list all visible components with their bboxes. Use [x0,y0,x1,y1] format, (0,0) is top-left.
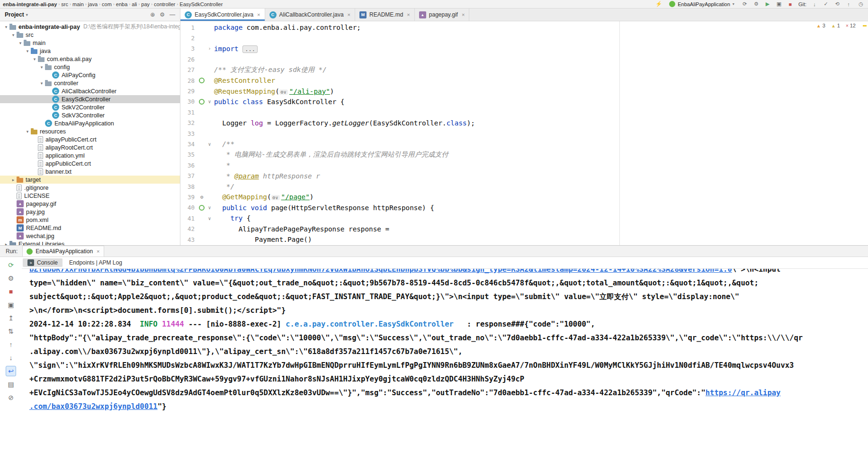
console-tab-endpoints-apm-log[interactable]: Endpoints | APM Log [64,258,127,267]
chevron-icon[interactable]: ▾ [38,65,45,70]
print-icon[interactable]: ▤ [6,379,16,390]
ai-assistant-icon[interactable]: ⚡ [654,0,663,8]
code-line[interactable]: 29@RequestMapping(⚙∨"/ali-pay") [180,86,868,96]
fold-toggle-icon[interactable]: ∨ [206,216,213,221]
prev-occurrence-icon[interactable]: ↑ [6,339,16,350]
breadcrumb-item-java[interactable]: java [88,1,98,7]
code-line[interactable]: 36 * [180,160,868,170]
tree-item-gitignore[interactable]: .gitignore [0,184,180,192]
close-icon[interactable]: × [348,12,350,18]
tree-item-target[interactable]: ▸target [0,176,180,184]
tree-item-license[interactable]: LICENSE [0,192,180,200]
soft-wrap-icon[interactable]: ↩ [6,366,16,376]
breadcrumb-item-main[interactable]: main [72,1,84,7]
run-tab[interactable]: EnbaAliPayApplication × [22,246,104,257]
breadcrumb-item-src[interactable]: src [61,1,68,7]
code-line[interactable]: 31 [180,107,868,117]
tree-item-wechat-jpg[interactable]: ▴wechat.jpg [0,232,180,240]
chevron-icon[interactable]: ▾ [24,129,31,134]
chevron-icon[interactable]: ▾ [3,25,9,29]
close-icon[interactable]: × [257,12,260,18]
tree-item-easysdkcontroller[interactable]: CEasySdkController [0,95,180,103]
tree-item-main[interactable]: ▾main [0,39,180,47]
locate-file-icon[interactable]: ⊕ [150,11,155,18]
tree-item-pom-xml[interactable]: mpom.xml [0,216,180,224]
tree-item-src[interactable]: ▾src [0,31,180,39]
tree-item-alipaypubliccert-crt[interactable]: alipayPublicCert.crt [0,135,180,143]
tree-item-com-enba-ali-pay[interactable]: ▾com.enba.ali.pay [0,55,180,63]
fold-toggle-icon[interactable]: ∨ [206,99,213,104]
build-icon[interactable]: ⚙ [752,0,761,8]
tree-item-enbaalipayapplication[interactable]: CEnbaAliPayApplication [0,119,180,127]
dump-threads-icon[interactable]: ▣ [6,300,16,310]
git-history-icon[interactable]: ⟲ [833,0,841,8]
endpoint-gutter-icon[interactable]: ⚙ [197,194,206,200]
debug-icon[interactable]: ▣ [775,0,783,8]
close-icon[interactable]: × [407,12,410,18]
breadcrumb-item-controller[interactable]: controller [154,1,175,7]
tree-item-pay-jpg[interactable]: ▴pay.jpg [0,208,180,216]
breadcrumb-item-pay[interactable]: pay [141,1,150,7]
tree-item-application-yml[interactable]: application.yml [0,151,180,160]
code-line[interactable]: 28@RestController [180,75,868,86]
chevron-icon[interactable]: ▸ [10,177,17,182]
tree-item-external-libraries[interactable]: ▸External Libraries [0,240,180,245]
console[interactable]: bZfdbbK7xXFhGYbXFKtNGd4bIbbhbbmtq%2FPBAK… [22,269,868,452]
url-inlay-icon[interactable]: ⚙∨ [271,195,280,200]
restore-layout-icon[interactable]: ↥ [6,313,16,323]
fold-toggle-icon[interactable]: ∨ [206,142,213,147]
console-tab-console[interactable]: >Console [23,258,63,267]
tree-item-java[interactable]: ▾java [0,47,180,55]
breadcrumb-item-ali[interactable]: ali [132,1,137,7]
stop-icon[interactable]: ■ [6,286,16,297]
hide-panel-icon[interactable]: — [170,11,175,18]
tree-item-alipayconfig[interactable]: CAliPayConfig [0,71,180,79]
code-line[interactable]: 3›import ... [180,44,868,54]
chevron-icon[interactable]: ▾ [38,81,45,86]
breadcrumb-item-enba-integrate-ali-pay[interactable]: enba-integrate-ali-pay [3,1,57,7]
project-panel-title[interactable]: Project ▾ [5,11,28,18]
breadcrumb-item-easysdkcontroller[interactable]: EasySdkController [179,1,223,7]
git-commit-icon[interactable]: ✓ [822,0,830,8]
settings-icon[interactable]: ⚙ [160,11,165,18]
code-line[interactable]: 40∨ public void page(HttpServletResponse… [180,203,868,213]
code-line[interactable]: 34∨ /** [180,139,868,149]
breadcrumb-item-com[interactable]: com [102,1,112,7]
code-line[interactable]: 2 [180,33,868,43]
tree-item-apppubliccert-crt[interactable]: appPublicCert.crt [0,160,180,168]
fold-toggle-icon[interactable]: › [206,46,213,51]
code-line[interactable]: 32 Logger log = LoggerFactory.getLogger(… [180,118,868,128]
tab-easysdkcontroller-java[interactable]: CEasySdkController.java× [180,9,265,21]
stop-icon[interactable]: ■ [786,0,795,8]
error-stripe[interactable] [861,21,868,245]
clear-all-icon[interactable]: ⊘ [6,392,16,403]
tree-item-alicallbackcontroller[interactable]: CAliCallbackController [0,87,180,95]
git-push-icon[interactable]: ↑ [844,0,853,8]
tree-item-sdkv3controller[interactable]: CSdkV3Controller [0,111,180,119]
fold-toggle-icon[interactable]: ∨ [206,205,213,210]
scroll-to-end-icon[interactable]: ⇅ [6,326,16,337]
chevron-icon[interactable]: ▾ [31,57,38,62]
warnings-indicator[interactable]: ▲3 [816,23,825,28]
weak-warnings-indicator[interactable]: ▲1 [831,23,840,28]
console-link[interactable]: .com/bax03673u2wxpj6ynpld0011 [29,402,158,411]
tree-item-resources[interactable]: ▾resources [0,127,180,135]
code-line[interactable]: 37 * @param httpResponse r [180,170,868,181]
folded-region[interactable]: ... [242,45,258,53]
spring-bean-gutter-icon[interactable] [197,78,206,83]
console-link[interactable]: bZfdbbK7xXFhGYbXFKtNGd4bIbbhbbmtq%2FPBAK… [29,269,732,274]
console-link[interactable]: https://qr.alipay [706,389,781,397]
errors-indicator[interactable]: ×12 [846,23,856,28]
run-icon[interactable]: ▶ [763,0,772,8]
tree-item-enba-integrate-ali-pay[interactable]: ▾enba-integrate-ali-payD:\恩爸编程脚手架系列\184\… [0,23,180,31]
tree-item-pagepay-gif[interactable]: ▴pagepay.gif [0,200,180,208]
chevron-icon[interactable]: ▾ [10,33,17,37]
code-line[interactable]: 38 */ [180,181,868,192]
code-line[interactable]: 30∨public class EasySdkController { [180,97,868,107]
tab-readme-md[interactable]: MREADME.md× [355,9,415,21]
tree-item-banner-txt[interactable]: banner.txt [0,168,180,176]
code-line[interactable]: 33 [180,128,868,139]
close-icon[interactable]: × [97,248,99,254]
close-icon[interactable]: × [462,12,465,18]
code-line[interactable]: 42 AlipayTradePagePayResponse response = [180,223,868,234]
